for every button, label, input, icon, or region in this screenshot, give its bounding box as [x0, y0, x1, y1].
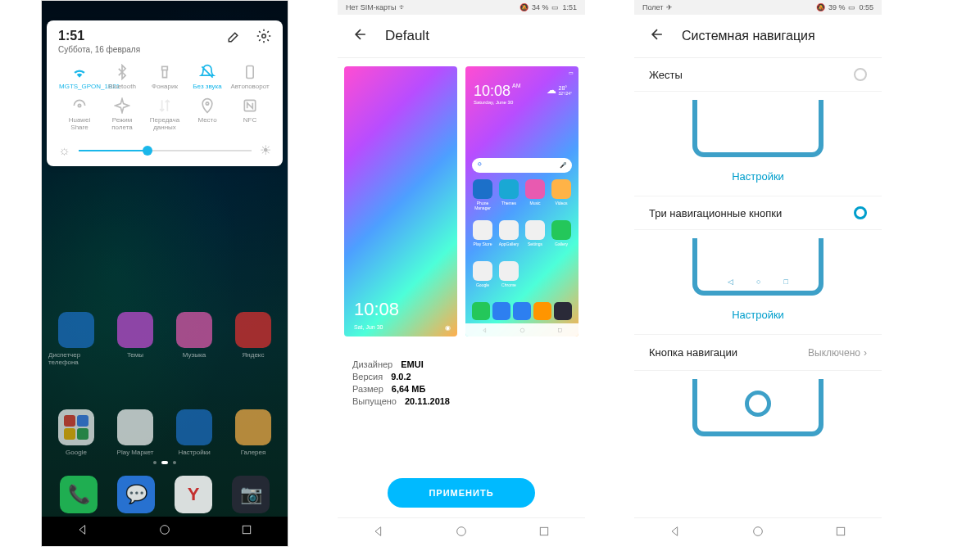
app-Настройки[interactable]: Настройки: [166, 409, 222, 456]
toggle-label: Автоповорот: [230, 84, 269, 91]
theme-info: ДизайнерEMUIВерсия9.0.2Размер6,64 МБВыпу…: [338, 345, 585, 406]
radio-icon[interactable]: [854, 206, 867, 219]
toggle-label: Режим полета: [102, 117, 143, 132]
back-icon[interactable]: [76, 523, 89, 540]
svg-point-9: [479, 163, 481, 165]
svg-rect-2: [247, 66, 253, 79]
wifi-icon: ᯤ: [399, 3, 406, 11]
battery-icon: ▭: [848, 3, 855, 11]
svg-rect-1: [162, 66, 168, 70]
info-val: EMUI: [401, 359, 424, 369]
weather-widget: ☁ 28° 32°/24°: [547, 84, 572, 96]
dock-yandex[interactable]: Y: [175, 476, 212, 513]
recent-icon[interactable]: [834, 525, 847, 541]
panel-date: Суббота, 16 февраля: [58, 45, 140, 54]
svg-rect-13: [540, 527, 547, 535]
home-icon[interactable]: [751, 525, 764, 541]
back-icon[interactable]: [372, 525, 385, 541]
home-date: Saturday, June 30: [474, 100, 521, 105]
app-Темы[interactable]: Темы: [107, 312, 163, 366]
svg-point-3: [78, 104, 80, 106]
home-screen-row: GooglePlay МаркетНастройкиГалерея: [42, 409, 288, 456]
app-Музыка[interactable]: Музыка: [166, 312, 222, 366]
dock-msg[interactable]: 💬: [117, 476, 155, 513]
recent-icon[interactable]: [240, 523, 253, 540]
camera-icon: ◉: [445, 324, 451, 332]
toggle-label: Место: [197, 117, 216, 124]
search-bar: 🎤: [472, 158, 572, 173]
svg-rect-15: [837, 527, 844, 535]
theme-homescreen-preview[interactable]: ▭ 10:08AM Saturday, June 30 ☁ 28° 32°/24…: [465, 66, 578, 336]
toggle-label: Без звука: [193, 84, 221, 91]
svg-point-4: [206, 102, 208, 105]
toggle-label: NFC: [243, 117, 256, 124]
settings-icon[interactable]: [256, 29, 271, 47]
airplane-icon: ✈: [666, 3, 673, 11]
toggle-label: Huawei Share: [59, 117, 100, 132]
dock: 📞💬Y📷: [42, 476, 288, 513]
app-Галерея[interactable]: Галерея: [225, 409, 281, 456]
home-icon[interactable]: [158, 523, 171, 540]
navigation-bar: [42, 517, 288, 546]
edit-icon[interactable]: [227, 29, 242, 47]
home-icon[interactable]: [455, 525, 468, 541]
settings-link[interactable]: Настройки: [634, 300, 882, 335]
battery-icon: ▭: [551, 3, 559, 11]
mute-toggle[interactable]: Без звука: [186, 64, 229, 91]
airplane-label: Полет: [642, 3, 663, 11]
app-Google[interactable]: Google: [48, 409, 104, 456]
back-arrow-icon[interactable]: [649, 26, 665, 46]
svg-rect-7: [243, 526, 250, 533]
recent-icon[interactable]: [538, 525, 551, 541]
settings-link[interactable]: Настройки: [634, 162, 882, 196]
back-arrow-icon[interactable]: [352, 26, 369, 46]
info-key: Дизайнер: [352, 359, 392, 369]
apply-button[interactable]: ПРИМЕНИТЬ: [388, 478, 535, 508]
page-header: Системная навигация: [634, 15, 882, 58]
wifi-toggle[interactable]: MGTS_GPON_1B21: [58, 64, 101, 91]
app-Play Маркет[interactable]: Play Маркет: [107, 409, 163, 456]
home-time: 10:08: [474, 83, 510, 99]
nfc-toggle[interactable]: NFC: [229, 97, 271, 132]
info-val: 9.0.2: [391, 372, 411, 382]
chevron-right-icon: ›: [864, 347, 867, 359]
huawei-share-toggle[interactable]: Huawei Share: [58, 97, 101, 132]
toggle-label: Передача данных: [144, 117, 185, 132]
back-icon[interactable]: [669, 525, 682, 541]
info-key: Версия: [352, 372, 383, 382]
dock-camera[interactable]: 📷: [232, 476, 270, 513]
flashlight-toggle[interactable]: Фонарик: [143, 64, 186, 91]
mute-status-icon: 🔕: [816, 3, 825, 11]
status-bar: Полет✈ 🔕 39 % ▭ 0:55: [634, 0, 882, 15]
bluetooth-toggle[interactable]: Bluetooth: [101, 64, 143, 91]
lockscreen-time: 10:08: [354, 299, 399, 320]
battery-percent: 39 %: [828, 3, 846, 11]
info-val: 20.11.2018: [405, 396, 450, 406]
toggle-grid: MGTS_GPON_1B21BluetoothФонарикБез звукаА…: [58, 64, 271, 131]
info-key: Размер: [352, 384, 383, 394]
page-title: Default: [385, 28, 429, 44]
autorotate-toggle[interactable]: Автоповорот: [229, 64, 271, 91]
status-time: 0:55: [859, 3, 873, 11]
nav-option-button[interactable]: Кнопка навигацииВыключено ›: [634, 335, 882, 371]
data-toggle[interactable]: Передача данных: [143, 97, 186, 132]
theme-preview-row: 10:08 Sat, Jun 30 ◉ ▭ 10:08AM Saturday, …: [338, 58, 585, 345]
brightness-high-icon: ☀: [260, 142, 271, 158]
battery-percent: 34 %: [532, 3, 549, 11]
app-Яндекс[interactable]: Яндекс: [225, 312, 281, 366]
navigation-bar: [634, 517, 882, 547]
nav-option-1[interactable]: Три навигационные кнопки: [634, 196, 882, 230]
airplane-toggle[interactable]: Режим полета: [101, 97, 143, 132]
nav-option-0[interactable]: Жесты: [634, 58, 882, 92]
brightness-slider[interactable]: ☼ ☀: [58, 142, 271, 158]
dock-phone[interactable]: 📞: [60, 476, 98, 513]
location-toggle[interactable]: Место: [186, 97, 229, 132]
svg-point-10: [520, 328, 524, 332]
radio-icon[interactable]: [854, 68, 867, 81]
svg-point-14: [754, 526, 763, 535]
app-Диспетчер телефона[interactable]: Диспетчер телефона: [48, 312, 104, 366]
toggle-label: Bluetooth: [108, 84, 136, 91]
home-screen-row: Диспетчер телефонаТемыМузыкаЯндекс: [42, 312, 288, 366]
theme-lockscreen-preview[interactable]: 10:08 Sat, Jun 30 ◉: [344, 66, 457, 336]
svg-point-6: [161, 526, 170, 535]
